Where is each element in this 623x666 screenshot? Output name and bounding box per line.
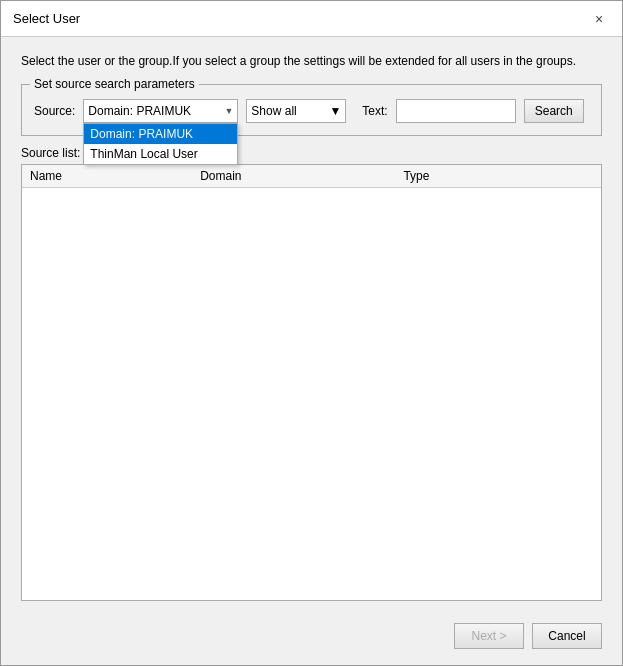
source-chevron-icon: ▼ — [224, 106, 233, 116]
source-select-box[interactable]: Domain: PRAIMUK ▼ — [83, 99, 238, 123]
source-list-table: Name Domain Type — [22, 165, 601, 188]
text-label: Text: — [362, 104, 387, 118]
close-button[interactable]: × — [588, 8, 610, 30]
show-select-box[interactable]: Show all ▼ — [246, 99, 346, 123]
source-list-header: Name Domain Type — [22, 165, 601, 188]
show-chevron-icon: ▼ — [329, 104, 341, 118]
cancel-button[interactable]: Cancel — [532, 623, 602, 649]
col-type: Type — [395, 165, 544, 188]
source-label: Source: — [34, 104, 75, 118]
params-group-box: Set source search parameters Source: Dom… — [21, 84, 602, 136]
params-row: Source: Domain: PRAIMUK ▼ Domain: PRAIMU… — [34, 99, 589, 123]
select-user-dialog: Select User × Select the user or the gro… — [0, 0, 623, 666]
source-list-container[interactable]: Name Domain Type — [21, 164, 602, 601]
dialog-content: Select the user or the group.If you sele… — [1, 37, 622, 613]
footer: Next > Cancel — [1, 613, 622, 665]
source-option-domain-praimuk[interactable]: Domain: PRAIMUK — [84, 124, 237, 144]
description-text: Select the user or the group.If you sele… — [21, 53, 602, 70]
group-box-legend: Set source search parameters — [30, 77, 199, 91]
text-input[interactable] — [396, 99, 516, 123]
source-select-container: Domain: PRAIMUK ▼ Domain: PRAIMUK ThinMa… — [83, 99, 238, 123]
col-domain: Domain — [192, 165, 395, 188]
col-name: Name — [22, 165, 192, 188]
search-button[interactable]: Search — [524, 99, 584, 123]
source-dropdown: Domain: PRAIMUK ThinMan Local User — [83, 123, 238, 165]
show-select-container: Show all ▼ — [246, 99, 346, 123]
source-selected-value: Domain: PRAIMUK — [88, 104, 191, 118]
source-option-thinman-local[interactable]: ThinMan Local User — [84, 144, 237, 164]
show-selected-value: Show all — [251, 104, 296, 118]
dialog-title: Select User — [13, 11, 80, 26]
title-bar: Select User × — [1, 1, 622, 37]
col-extra — [544, 165, 601, 188]
next-button[interactable]: Next > — [454, 623, 524, 649]
